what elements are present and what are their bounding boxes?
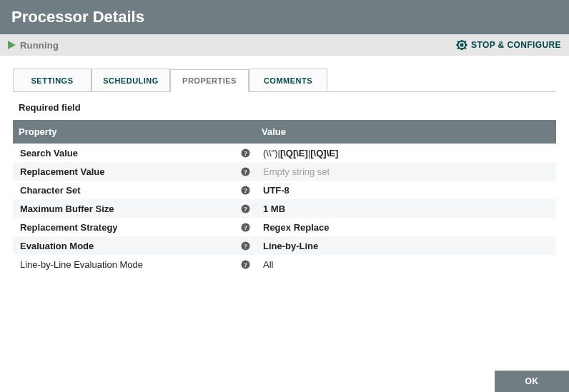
- svg-text:?: ?: [244, 261, 247, 268]
- property-name: Evaluation Mode: [20, 241, 94, 251]
- svg-text:?: ?: [244, 168, 247, 175]
- running-icon: [8, 41, 16, 49]
- property-row[interactable]: Character Set?UTF-8: [13, 181, 556, 199]
- property-value: (\\")|[\Q[\E]|[\Q]\E]: [263, 148, 338, 159]
- property-extra-cell: [498, 181, 556, 199]
- status-label: Running: [20, 40, 59, 51]
- svg-rect-6: [465, 44, 467, 46]
- property-name: Line-by-Line Evaluation Mode: [20, 259, 143, 270]
- svg-text:?: ?: [244, 205, 247, 212]
- svg-text:?: ?: [244, 186, 247, 194]
- svg-rect-2: [460, 44, 464, 47]
- gear-stop-icon: [456, 40, 467, 50]
- tab-comments[interactable]: COMMENTS: [249, 69, 327, 91]
- property-value: All: [263, 259, 273, 270]
- property-name: Character Set: [20, 185, 81, 196]
- property-name-cell: Replacement Value?: [20, 166, 250, 177]
- svg-text:?: ?: [244, 242, 247, 249]
- property-name: Search Value: [20, 148, 78, 159]
- tab-bar: SETTINGSSCHEDULINGPROPERTIESCOMMENTS: [13, 69, 556, 92]
- ok-button-label: OK: [525, 376, 539, 386]
- tab-properties[interactable]: PROPERTIES: [170, 69, 249, 92]
- property-extra-cell: [498, 218, 556, 236]
- property-row[interactable]: Replacement Strategy?Regex Replace: [13, 218, 556, 236]
- property-value: Regex Replace: [263, 222, 330, 233]
- help-icon[interactable]: ?: [241, 241, 250, 251]
- help-icon[interactable]: ?: [241, 204, 250, 213]
- property-extra-cell: [498, 144, 556, 162]
- svg-marker-0: [8, 41, 16, 49]
- properties-table: Property Value Search Value?(\\")|[\Q[\E…: [13, 120, 556, 273]
- property-row[interactable]: Line-by-Line Evaluation Mode?All: [13, 255, 556, 273]
- property-extra-cell: [498, 255, 556, 273]
- svg-rect-3: [461, 40, 462, 42]
- svg-rect-4: [461, 49, 462, 51]
- property-row[interactable]: Replacement Value?Empty string set: [13, 162, 556, 181]
- help-icon[interactable]: ?: [241, 260, 250, 269]
- property-name: Replacement Value: [20, 166, 105, 177]
- table-header-row: Property Value: [13, 120, 556, 144]
- header-value: Value: [256, 120, 498, 144]
- ok-button[interactable]: OK: [495, 371, 569, 392]
- property-extra-cell: [498, 236, 556, 255]
- status-left: Running: [8, 40, 59, 51]
- property-name-cell: Line-by-Line Evaluation Mode?: [20, 259, 250, 270]
- property-name: Replacement Strategy: [20, 222, 118, 233]
- svg-text:?: ?: [244, 149, 247, 156]
- svg-rect-5: [456, 44, 458, 46]
- property-name-cell: Maximum Buffer Size?: [20, 203, 250, 214]
- svg-text:?: ?: [244, 223, 247, 231]
- property-name: Maximum Buffer Size: [20, 203, 114, 214]
- dialog-title: Processor Details: [11, 8, 144, 26]
- dialog-header: Processor Details: [0, 0, 569, 34]
- help-icon[interactable]: ?: [241, 167, 250, 176]
- help-icon[interactable]: ?: [241, 186, 250, 195]
- property-name-cell: Evaluation Mode?: [20, 241, 250, 251]
- required-field-label: Required field: [19, 102, 556, 113]
- header-extra: [498, 120, 556, 144]
- help-icon[interactable]: ?: [241, 149, 250, 158]
- property-row[interactable]: Evaluation Mode?Line-by-Line: [13, 236, 556, 255]
- property-extra-cell: [498, 162, 556, 181]
- property-name-cell: Search Value?: [20, 148, 250, 159]
- property-extra-cell: [498, 199, 556, 218]
- stop-configure-label: STOP & CONFIGURE: [471, 40, 561, 50]
- property-value: Empty string set: [263, 166, 330, 177]
- property-value: Line-by-Line: [263, 241, 318, 251]
- header-property: Property: [13, 120, 256, 144]
- property-value: 1 MB: [263, 203, 285, 214]
- property-name-cell: Character Set?: [20, 185, 250, 196]
- tab-scheduling[interactable]: SCHEDULING: [91, 69, 170, 91]
- tab-settings[interactable]: SETTINGS: [13, 69, 91, 91]
- property-value: UTF-8: [263, 185, 290, 196]
- help-icon[interactable]: ?: [241, 223, 250, 232]
- property-row[interactable]: Maximum Buffer Size?1 MB: [13, 199, 556, 218]
- stop-configure-button[interactable]: STOP & CONFIGURE: [456, 40, 561, 50]
- status-bar: Running STOP & CONFIGURE: [0, 34, 569, 56]
- property-row[interactable]: Search Value?(\\")|[\Q[\E]|[\Q]\E]: [13, 144, 556, 162]
- property-name-cell: Replacement Strategy?: [20, 222, 250, 233]
